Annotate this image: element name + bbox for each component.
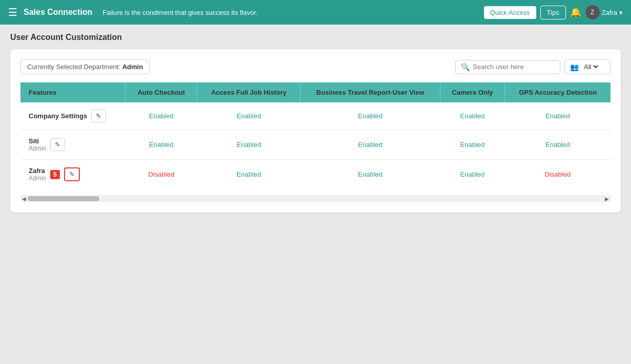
search-icon: 🔍	[461, 63, 470, 71]
edit-button[interactable]: ✎	[91, 110, 106, 122]
edit-button[interactable]: ✎	[50, 138, 65, 151]
toolbar-right: 🔍 👥 All	[455, 59, 611, 74]
row-user-role: Admin	[29, 145, 46, 152]
features-table: Features Auto Checkout Access Full Job H…	[20, 82, 611, 189]
filter-select[interactable]: All	[582, 62, 600, 71]
table-row: Siti Admin ✎ Enabled Enabled Enabled Ena…	[20, 130, 611, 160]
row-user-name: Siti	[29, 137, 46, 145]
row-auto-checkout: Enabled	[125, 102, 197, 130]
quick-access-button[interactable]: Quick Access	[484, 6, 536, 19]
top-navigation: ☰ Sales Connection Failure is the condim…	[0, 0, 631, 25]
row-user-name: Zafra	[29, 167, 46, 175]
row-camera-only: Enabled	[440, 130, 505, 160]
row-user-role: Admin	[29, 175, 46, 182]
chevron-down-icon: ▾	[619, 9, 623, 16]
table-toolbar: Currently Selected Department: Admin 🔍 👥…	[20, 59, 611, 74]
avatar: Z	[585, 5, 600, 19]
table-container: Features Auto Checkout Access Full Job H…	[20, 82, 611, 189]
users-filter-icon: 👥	[570, 63, 579, 71]
row-gps-accuracy: Enabled	[505, 102, 611, 130]
edit-button[interactable]: ✎	[64, 167, 80, 181]
scrollbar-thumb[interactable]	[28, 196, 99, 201]
row-user-cell: Zafra Admin 5 ✎	[20, 160, 125, 189]
tips-button[interactable]: Tips	[540, 6, 566, 19]
user-name-label: Zafra	[602, 9, 617, 16]
table-row: Company Settings ✎ Enabled Enabled Enabl…	[20, 102, 611, 130]
scroll-left-arrow[interactable]: ◀	[20, 195, 28, 202]
row-user-name: Company Settings	[29, 112, 87, 120]
row-user-cell: Company Settings ✎	[20, 102, 125, 130]
row-auto-checkout: Enabled	[125, 130, 197, 160]
main-card: Currently Selected Department: Admin 🔍 👥…	[10, 49, 621, 212]
col-features: Features	[20, 82, 125, 102]
menu-icon[interactable]: ☰	[8, 6, 17, 18]
notification-badge: 5	[50, 170, 60, 179]
row-business-travel: Enabled	[301, 160, 440, 189]
user-edit-cell: Company Settings ✎	[29, 110, 117, 122]
app-brand: Sales Connection	[24, 8, 92, 17]
dept-name: Admin	[122, 63, 143, 71]
row-access-full-job-history: Enabled	[197, 102, 301, 130]
row-business-travel: Enabled	[301, 130, 440, 160]
search-wrapper: 🔍	[455, 60, 560, 74]
col-access-full-job-history: Access Full Job History	[197, 82, 301, 102]
row-gps-accuracy: Enabled	[505, 130, 611, 160]
col-camera-only: Camera Only	[440, 82, 505, 102]
row-camera-only: Enabled	[440, 160, 505, 189]
row-business-travel: Enabled	[301, 102, 440, 130]
user-edit-cell: Siti Admin ✎	[29, 137, 117, 152]
user-edit-cell: Zafra Admin 5 ✎	[29, 167, 117, 182]
page-title: User Account Customization	[10, 33, 621, 42]
page-body: User Account Customization Currently Sel…	[0, 25, 631, 364]
table-row: Zafra Admin 5 ✎ Disabled Enabled Enabled…	[20, 160, 611, 189]
row-gps-accuracy: Disabled	[505, 160, 611, 189]
filter-wrapper: 👥 All	[564, 59, 611, 74]
horizontal-scrollbar[interactable]: ◀ ▶	[20, 195, 611, 202]
scroll-right-arrow[interactable]: ▶	[603, 195, 611, 202]
nav-right-controls: Quick Access Tips 🔔 Z Zafra ▾	[484, 5, 623, 19]
dept-prefix: Currently Selected Department:	[27, 63, 120, 71]
app-tagline: Failure is the condiment that gives succ…	[102, 9, 477, 16]
row-auto-checkout: Disabled	[125, 160, 197, 189]
col-gps-accuracy: GPS Accuracy Detection	[505, 82, 611, 102]
col-auto-checkout: Auto Checkout	[125, 82, 197, 102]
row-access-full-job-history: Enabled	[197, 130, 301, 160]
search-input[interactable]	[473, 63, 555, 71]
row-access-full-job-history: Enabled	[197, 160, 301, 189]
row-user-cell: Siti Admin ✎	[20, 130, 125, 160]
row-camera-only: Enabled	[440, 102, 505, 130]
user-menu[interactable]: Z Zafra ▾	[585, 5, 623, 19]
bell-icon[interactable]: 🔔	[570, 7, 581, 18]
col-business-travel: Business Travel Report-User View	[301, 82, 440, 102]
table-header-row: Features Auto Checkout Access Full Job H…	[20, 82, 611, 102]
dept-badge: Currently Selected Department: Admin	[20, 59, 150, 74]
